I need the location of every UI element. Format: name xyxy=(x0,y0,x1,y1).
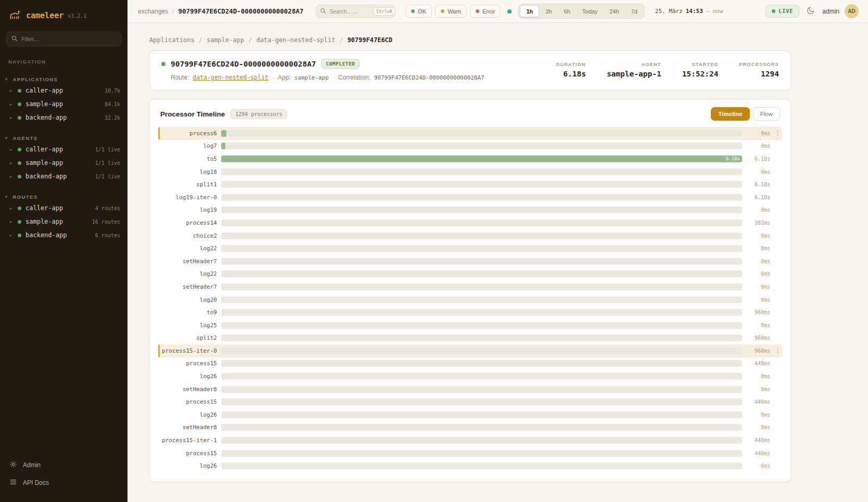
sidebar-item-caller-app[interactable]: ▸ caller-app 10.7k xyxy=(0,84,127,97)
kebab-menu-icon[interactable]: ⋮ xyxy=(774,347,781,354)
duration-value: 0ms xyxy=(746,169,770,175)
timeline-row[interactable]: to5 6.18s 6.18s ⋮ xyxy=(158,152,782,165)
timeline-track xyxy=(221,411,742,418)
section-label: APPLICATIONS xyxy=(12,76,58,82)
section-header-routes[interactable]: ▾ ROUTES xyxy=(0,192,127,201)
range-6h-button[interactable]: 6h xyxy=(558,5,576,17)
breadcrumb-separator: / xyxy=(339,36,343,44)
sidebar-item-api-docs[interactable]: API Docs xyxy=(0,474,127,492)
timeline-row[interactable]: setHeader7 0ms ⋮ xyxy=(158,280,782,293)
time-range-selector: 1h3h6hToday24h7d xyxy=(518,4,644,19)
timeline-track xyxy=(221,373,742,380)
sidebar-item-sample-app[interactable]: ▸ sample-app 16 routes xyxy=(0,215,127,228)
filter-chip-warn[interactable]: Warn xyxy=(435,5,467,18)
status-dot xyxy=(18,220,21,224)
sidebar-section: ▾ ROUTES ▸ caller-app 4 routes ▸ sample-… xyxy=(0,192,127,242)
section-items: ▸ caller-app 1/1 live ▸ sample-app 1/1 l… xyxy=(0,143,127,183)
global-search[interactable]: Ctrl+K xyxy=(316,5,395,18)
timeline-row[interactable]: log20 0ms ⋮ xyxy=(158,293,782,306)
timeline-row[interactable]: log22 0ms ⋮ xyxy=(158,242,782,255)
search-icon xyxy=(11,34,18,44)
timeline-row[interactable]: setHeader8 0ms ⋮ xyxy=(158,383,782,396)
search-input[interactable] xyxy=(329,8,370,15)
breadcrumb-item[interactable]: sample-app xyxy=(207,36,244,44)
timeline-row[interactable]: choice2 0ms ⋮ xyxy=(158,229,782,242)
kebab-menu-icon[interactable]: ⋮ xyxy=(774,130,781,137)
range-7d-button[interactable]: 7d xyxy=(626,5,643,17)
sidebar-item-backend-app[interactable]: ▸ backend-app 32.2k xyxy=(0,111,127,124)
chevron-right-icon: ▸ xyxy=(10,161,14,165)
section-header-applications[interactable]: ▾ APPLICATIONS xyxy=(0,75,127,84)
dark-mode-toggle[interactable] xyxy=(805,4,817,18)
timeline-row[interactable]: process15 440ms ⋮ xyxy=(158,395,782,408)
view-flow-button[interactable]: Flow xyxy=(753,107,780,121)
route-link[interactable]: data-gen-nested-split xyxy=(193,74,268,81)
app-logo[interactable]: cameleer v3.2.1 xyxy=(0,0,127,29)
timeline-row[interactable]: process15 440ms ⋮ xyxy=(158,357,782,370)
sidebar-item-sample-app[interactable]: ▸ sample-app 1/1 live xyxy=(0,156,127,170)
timeline-row[interactable]: process14 383ms ⋮ xyxy=(158,216,782,229)
stat-value: 15:52:24 xyxy=(682,70,719,78)
sidebar-filter-input[interactable] xyxy=(21,36,105,42)
sidebar-item-backend-app[interactable]: ▸ backend-app 1/1 live xyxy=(0,170,127,183)
live-toggle[interactable]: LIVE xyxy=(765,5,799,18)
chip-label: OK xyxy=(418,8,426,15)
sidebar-item-sample-app[interactable]: ▸ sample-app 84.1k xyxy=(0,97,127,111)
breadcrumb-item[interactable]: Applications xyxy=(149,36,195,44)
processor-name: log22 xyxy=(160,271,217,277)
duration-value: 0ms xyxy=(746,207,770,213)
timeline-track xyxy=(221,284,742,290)
timeline-row[interactable]: to9 960ms ⋮ xyxy=(158,306,782,319)
sidebar-item-admin[interactable]: Admin xyxy=(0,456,127,474)
duration-value: 6.18s xyxy=(746,156,770,162)
processor-name: setHeader7 xyxy=(160,258,217,265)
timeline-row[interactable]: process15 440ms ⋮ xyxy=(158,447,782,460)
range-1h-button[interactable]: 1h xyxy=(520,5,539,17)
timeline-row[interactable]: log25 0ms ⋮ xyxy=(158,319,782,332)
extra-status-dot[interactable] xyxy=(507,9,512,14)
processor-name: setHeader8 xyxy=(160,424,217,431)
timeline-row[interactable]: setHeader8 0ms ⋮ xyxy=(158,421,782,434)
camel-logo-icon xyxy=(8,8,22,23)
timeline-row[interactable]: log22 0ms ⋮ xyxy=(158,268,782,281)
range-24h-button[interactable]: 24h xyxy=(604,5,624,17)
processor-name: log19 xyxy=(160,207,217,213)
timeline-row[interactable]: process15-iter-0 960ms ⋮ xyxy=(158,344,782,357)
breadcrumb-item[interactable]: data-gen-nested-split xyxy=(256,36,335,44)
filter-chip-ok[interactable]: OK xyxy=(405,5,432,18)
section-label: ROUTES xyxy=(12,194,37,200)
timeline-row[interactable]: log18 0ms ⋮ xyxy=(158,165,782,178)
timeline-row[interactable]: split1 6.18s ⋮ xyxy=(158,178,782,191)
timeline-row[interactable]: setHeader7 0ms ⋮ xyxy=(158,255,782,268)
sidebar-item-caller-app[interactable]: ▸ caller-app 1/1 live xyxy=(0,143,127,156)
duration-value: 440ms xyxy=(746,450,770,456)
duration-bar[interactable] xyxy=(221,130,226,137)
duration-value: 440ms xyxy=(746,361,770,366)
duration-value: 0ms xyxy=(746,233,770,239)
range-dash: — xyxy=(706,8,710,15)
avatar[interactable]: AD xyxy=(845,4,859,18)
sidebar-item-label: sample-app xyxy=(25,218,63,225)
sidebar-item-caller-app[interactable]: ▸ caller-app 4 routes xyxy=(0,201,127,215)
timeline-row[interactable]: process15-iter-1 440ms ⋮ xyxy=(158,434,782,447)
range-today-button[interactable]: Today xyxy=(577,5,603,17)
duration-bar[interactable] xyxy=(221,143,225,149)
timeline-row[interactable]: log26 0ms ⋮ xyxy=(158,370,782,383)
sidebar-item-backend-app[interactable]: ▸ backend-app 6 routes xyxy=(0,228,127,242)
timeline-row[interactable]: log19 0ms ⋮ xyxy=(158,204,782,217)
timeline-track xyxy=(221,194,742,201)
range-3h-button[interactable]: 3h xyxy=(540,5,557,17)
timeline-row[interactable]: process6 0ms ⋮ xyxy=(158,127,782,140)
filter-chip-error[interactable]: Error xyxy=(470,5,501,18)
view-timeline-button[interactable]: Timeline xyxy=(711,107,749,121)
timeline-track xyxy=(221,169,742,175)
sidebar-item-label: sample-app xyxy=(25,159,63,166)
timeline-row[interactable]: log26 0ms ⋮ xyxy=(158,408,782,421)
timeline-row[interactable]: log7 0ms ⋮ xyxy=(158,140,782,153)
timeline-row[interactable]: log26 0ms ⋮ xyxy=(158,459,782,472)
duration-bar[interactable]: 6.18s xyxy=(221,156,742,162)
breadcrumb-section[interactable]: exchanges xyxy=(138,8,168,15)
timeline-row[interactable]: split2 960ms ⋮ xyxy=(158,332,782,345)
timeline-row[interactable]: log19-iter-0 6.18s ⋮ xyxy=(158,191,782,204)
section-header-agents[interactable]: ▾ AGENTS xyxy=(0,134,127,143)
